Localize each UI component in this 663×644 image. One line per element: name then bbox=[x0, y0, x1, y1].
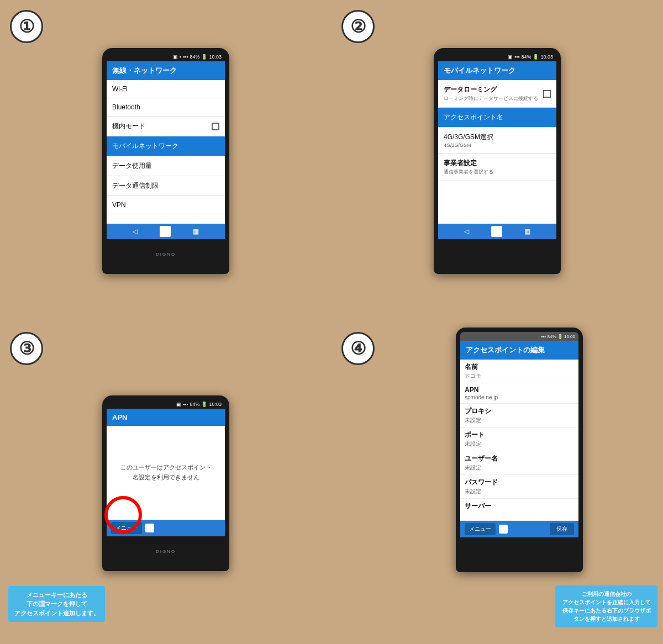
phone-body-bottom-1: DIGNO bbox=[107, 239, 225, 270]
screen-header-1: 無線・ネットワーク bbox=[107, 61, 225, 80]
phone-body-bottom-2 bbox=[438, 239, 556, 270]
step-number-2: ② bbox=[341, 10, 375, 43]
menu-bar-4: メニュー 保存 bbox=[460, 521, 578, 537]
step-4-quadrant: ④ ▪▪▪ 84% 🔋 10:00 アクセスポイントの編集 名前 ドコモ APN… bbox=[332, 322, 663, 644]
phone-4: ▪▪▪ 84% 🔋 10:00 アクセスポイントの編集 名前 ドコモ APN s… bbox=[456, 328, 583, 572]
phone-body-bottom-3: DIGNO bbox=[107, 536, 225, 567]
sim-icon-3: ▣ bbox=[176, 402, 181, 407]
time-2: 10:03 bbox=[540, 54, 553, 60]
menu-bar-white-4 bbox=[499, 525, 508, 534]
battery-percent: 84% bbox=[190, 54, 199, 60]
airplane-checkbox[interactable] bbox=[212, 123, 219, 130]
phone-2: ▣ ▪▪▪ 84% 🔋 10:03 モバイルネットワーク データローミング ロー… bbox=[434, 48, 561, 274]
brand-label-3: DIGNO bbox=[156, 549, 176, 554]
time-display: 10:03 bbox=[209, 54, 222, 60]
status-icons-1: ▣ ▪ ▪▪▪ 84% 🔋 10:03 bbox=[173, 54, 222, 60]
time-3: 10:03 bbox=[209, 402, 222, 407]
battery-icon-2: 🔋 bbox=[533, 54, 539, 60]
menu-button-4[interactable]: メニュー bbox=[465, 523, 496, 535]
back-arrow-icon-2: ◁ bbox=[464, 228, 469, 235]
apn-empty-message: このユーザーはアクセスポイント名設定を利用できません bbox=[107, 426, 225, 520]
detail-item-server: サーバー bbox=[460, 499, 578, 521]
sim-icon-2: ▣ bbox=[508, 54, 513, 60]
brand-label-1: DIGNO bbox=[156, 252, 176, 257]
detail-item-port: ポート 未設定 bbox=[460, 427, 578, 451]
menu-apn[interactable]: アクセスポイント名 bbox=[438, 108, 556, 128]
home-button-2[interactable] bbox=[491, 226, 502, 237]
menu-roaming[interactable]: データローミング ローミング時にデータサービスに接続する bbox=[438, 80, 556, 108]
menu-wifi[interactable]: Wi-Fi bbox=[107, 80, 225, 98]
menu-airplane[interactable]: 機内モード bbox=[107, 117, 225, 136]
status-bar-3: ▣ ▪▪▪ 84% 🔋 10:03 bbox=[107, 400, 225, 409]
back-arrow-icon: ◁ bbox=[133, 228, 138, 235]
signal-4: ▪▪▪ 84% 🔋 10:00 bbox=[541, 334, 575, 339]
signal-3: ▪▪▪ bbox=[183, 402, 188, 407]
status-bar-1: ▣ ▪ ▪▪▪ 84% 🔋 10:03 bbox=[107, 52, 225, 61]
step-1-quadrant: ① ▣ ▪ ▪▪▪ 84% 🔋 10:03 無線・ネットワーク Wi-Fi Bl… bbox=[0, 0, 332, 322]
status-bar-4: ▪▪▪ 84% 🔋 10:00 bbox=[460, 332, 578, 341]
menu-button-3[interactable]: メニュー bbox=[111, 522, 142, 534]
screen-content-1: Wi-Fi Bluetooth 機内モード モバイルネットワーク データ使用量 … bbox=[107, 80, 225, 224]
callout-4: ご利用の通信会社の アクセスポイントを正確に入力して 保存キーにあたる右下のブラ… bbox=[555, 585, 657, 627]
screen-content-4: 名前 ドコモ APN spmode.ne.jp プロキシ 未設定 ポート 未設定… bbox=[460, 360, 578, 521]
detail-item-name: 名前 ドコモ bbox=[460, 360, 578, 383]
menu-mobile-network[interactable]: モバイルネットワーク bbox=[107, 136, 225, 156]
menu-bar-3: メニュー bbox=[107, 520, 225, 536]
phone-bottom-bar-1: ◁ ▦ bbox=[107, 224, 225, 239]
screen-header-2: モバイルネットワーク bbox=[438, 61, 556, 80]
detail-item-password: パスワード 未設定 bbox=[460, 475, 578, 499]
home-button-1[interactable] bbox=[160, 226, 171, 237]
step-3-quadrant: ③ ▣ ▪▪▪ 84% 🔋 10:03 APN このユーザーはアクセスポイント名… bbox=[0, 322, 332, 644]
screen-area-4: ▪▪▪ 84% 🔋 10:00 アクセスポイントの編集 名前 ドコモ APN s… bbox=[460, 332, 578, 537]
battery-pct-3: 84% bbox=[190, 402, 199, 407]
screen-area-3: ▣ ▪▪▪ 84% 🔋 10:03 APN このユーザーはアクセスポイント名設定… bbox=[107, 400, 225, 536]
screen-header-4: アクセスポイントの編集 bbox=[460, 341, 578, 360]
menu-data-usage[interactable]: データ使用量 bbox=[107, 156, 225, 176]
menu-vpn[interactable]: VPN bbox=[107, 196, 225, 214]
sim-icon: ▣ bbox=[173, 54, 178, 60]
detail-item-apn: APN spmode.ne.jp bbox=[460, 383, 578, 404]
signal-bars-2: ▪▪▪ bbox=[514, 54, 520, 60]
roaming-checkbox[interactable] bbox=[543, 90, 551, 98]
menu-data-limit[interactable]: データ通信制限 bbox=[107, 176, 225, 196]
screen-content-2: データローミング ローミング時にデータサービスに接続する アクセスポイント名 4… bbox=[438, 80, 556, 224]
step-number-4: ④ bbox=[341, 332, 375, 365]
phone-bottom-bar-2: ◁ ▦ bbox=[438, 224, 556, 239]
screen-area-2: ▣ ▪▪▪ 84% 🔋 10:03 モバイルネットワーク データローミング ロー… bbox=[438, 52, 556, 239]
menu-bluetooth[interactable]: Bluetooth bbox=[107, 98, 225, 117]
menu-4g3g[interactable]: 4G/3G/GSM選択 4G/3G/GSM bbox=[438, 128, 556, 154]
battery-fill: 🔋 bbox=[201, 54, 207, 60]
phone-3: ▣ ▪▪▪ 84% 🔋 10:03 APN このユーザーはアクセスポイント名設定… bbox=[102, 395, 229, 571]
step-number-1: ① bbox=[10, 10, 43, 43]
phone-1: ▣ ▪ ▪▪▪ 84% 🔋 10:03 無線・ネットワーク Wi-Fi Blue… bbox=[102, 48, 229, 274]
menu-icon-2: ▦ bbox=[524, 228, 530, 235]
battery-pct-2: 84% bbox=[521, 54, 531, 60]
status-icons-2: ▣ ▪▪▪ 84% 🔋 10:03 bbox=[508, 54, 553, 60]
callout-3: メニューキーにあたる 下の▦マークを押して アクセスポイント追加します。 bbox=[8, 586, 105, 622]
menu-dots-icon: ▦ bbox=[193, 228, 199, 235]
screen-area-1: ▣ ▪ ▪▪▪ 84% 🔋 10:03 無線・ネットワーク Wi-Fi Blue… bbox=[107, 52, 225, 239]
screen-header-3: APN bbox=[107, 409, 225, 426]
battery-icon: ▪ bbox=[180, 54, 181, 60]
signal-icon: ▪▪▪ bbox=[183, 54, 188, 60]
detail-item-username: ユーザー名 未設定 bbox=[460, 451, 578, 475]
step-number-3: ③ bbox=[10, 332, 43, 365]
phone-body-bottom-4 bbox=[460, 537, 578, 568]
status-bar-2: ▣ ▪▪▪ 84% 🔋 10:03 bbox=[438, 52, 556, 61]
menu-bar-white-3 bbox=[145, 524, 154, 532]
menu-carrier[interactable]: 事業者設定 通信事業者を選択する bbox=[438, 154, 556, 181]
battery-3: 🔋 bbox=[201, 402, 207, 407]
detail-item-proxy: プロキシ 未設定 bbox=[460, 404, 578, 427]
step-2-quadrant: ② ▣ ▪▪▪ 84% 🔋 10:03 モバイルネットワーク データローミング … bbox=[332, 0, 663, 322]
save-button-4[interactable]: 保存 bbox=[550, 523, 574, 535]
